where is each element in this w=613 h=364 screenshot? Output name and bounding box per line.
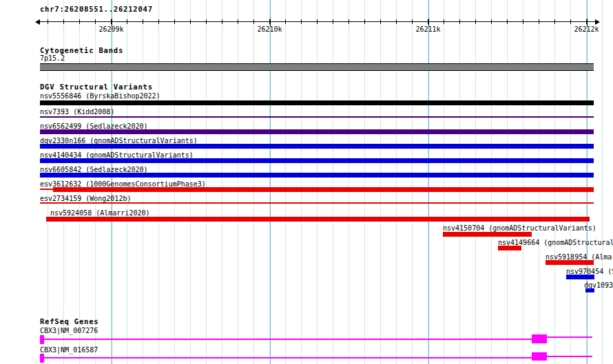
gridline-minor (491, 0, 492, 364)
gridline-minor (380, 0, 381, 364)
gridline-major (270, 0, 271, 364)
gridline-minor (570, 0, 571, 364)
variant-bar[interactable] (40, 144, 594, 149)
ruler-tick-label: 26210k (257, 26, 282, 33)
gridline-major (428, 0, 429, 364)
section-title-refseq: RefSeq Genes (40, 318, 98, 325)
gene-exon[interactable] (532, 334, 547, 343)
ruler-tick-minor (206, 19, 207, 24)
section-title-dgv: DGV Structural Variants (40, 83, 153, 91)
variant-bar[interactable] (585, 288, 594, 292)
ruler-tick-minor (333, 19, 333, 24)
ruler-tick-minor (317, 19, 318, 24)
ruler-tick-minor (190, 19, 191, 24)
cytoband-name-label: 7p15.2 (40, 54, 65, 62)
gridline-minor (554, 0, 555, 364)
variant-label[interactable]: nsv4150704 (gnomADStructuralVariants) (443, 224, 596, 232)
gene-exon[interactable] (532, 352, 547, 361)
variant-bar[interactable] (40, 100, 594, 105)
ruler-tick-minor (507, 19, 508, 24)
gridline-minor (238, 0, 238, 364)
variant-bar[interactable] (498, 246, 521, 250)
variant-label[interactable]: nsv5924058 (Almarri2020) (50, 209, 150, 217)
variant-bar[interactable] (443, 232, 532, 237)
variant-label[interactable]: esv2734159 (Wong2012b) (40, 195, 131, 202)
gridline-minor (333, 0, 333, 364)
gene-intron-line[interactable] (44, 357, 532, 358)
ruler-tick-minor (396, 19, 397, 24)
ruler-tick-minor (285, 19, 286, 24)
variant-bar[interactable] (40, 116, 594, 118)
gridline-minor (523, 0, 523, 364)
variant-label[interactable]: nsv7393 (Kidd2008) (40, 108, 114, 116)
gene-exon[interactable] (40, 335, 44, 344)
gridline-minor (301, 0, 302, 364)
gene-intron-line[interactable] (547, 356, 592, 357)
ruler-tick-minor (253, 19, 254, 24)
gridline-minor (317, 0, 318, 364)
variant-bar[interactable] (566, 275, 594, 279)
ruler-tick-minor (349, 19, 349, 24)
ruler-tick-minor (79, 19, 80, 24)
ruler-tick-minor (174, 19, 175, 24)
cytoband-bar[interactable] (40, 63, 594, 71)
variant-bar[interactable] (53, 187, 594, 192)
ruler-tick-minor (48, 19, 48, 24)
variant-label[interactable]: nsv5556846 (ByrskaBishop2022) (40, 92, 160, 100)
ruler-tick-label: 26212k (574, 26, 599, 33)
ruler-tick-minor (127, 19, 127, 24)
gridline-minor (444, 0, 444, 364)
variant-bar[interactable] (40, 189, 53, 190)
ruler-arrow-left (35, 19, 40, 25)
ruler-tick-minor (444, 19, 444, 24)
ruler-tick-minor (412, 19, 413, 24)
gene-label[interactable]: CBX3|NM_016587 (40, 346, 98, 354)
gridline-minor (349, 0, 349, 364)
gridline-minor (253, 0, 254, 364)
ruler-tick-minor (63, 19, 64, 24)
gridline-minor (285, 0, 286, 364)
genome-browser-canvas: 26209k26210k26211k26212k chr7:26208551..… (0, 0, 613, 364)
ruler-tick-minor (459, 19, 460, 24)
gene-intron-line[interactable] (44, 339, 532, 340)
gridline-minor (364, 0, 365, 364)
variant-bar[interactable] (40, 202, 594, 204)
ruler-tick-minor (95, 19, 96, 24)
variant-bar[interactable] (40, 158, 594, 163)
gridline-minor (602, 0, 603, 364)
gridline-minor (507, 0, 508, 364)
ruler-tick-minor (222, 19, 222, 24)
gridline-minor (539, 0, 539, 364)
gridline-minor (396, 0, 397, 364)
gridline-minor (412, 0, 413, 364)
gridline-minor (459, 0, 460, 364)
gridline-minor (222, 0, 222, 364)
section-title-cytobands: Cytogenetic Bands (40, 47, 123, 54)
variant-bar[interactable] (40, 173, 594, 178)
variant-bar[interactable] (46, 217, 590, 222)
ruler-tick-minor (301, 19, 302, 24)
ruler-tick-minor (554, 19, 555, 24)
ruler-tick-minor (158, 19, 159, 24)
ruler-tick-label: 26211k (415, 26, 440, 33)
ruler-tick-minor (523, 19, 523, 24)
ruler-arrow-right (595, 19, 600, 25)
gridline-minor (475, 0, 476, 364)
variant-bar[interactable] (40, 129, 594, 134)
ruler-tick-minor (364, 19, 365, 24)
ruler-tick-minor (238, 19, 238, 24)
ruler-tick-minor (380, 19, 381, 24)
gene-intron-line[interactable] (547, 336, 592, 338)
ruler-tick-minor (539, 19, 539, 24)
region-label: chr7:26208551..26212047 (40, 6, 153, 13)
gridline-minor (206, 0, 207, 364)
ruler-tick-minor (491, 19, 492, 24)
gridline-major (587, 0, 588, 364)
ruler-tick-minor (570, 19, 571, 24)
gene-label[interactable]: CBX3|NM_007276 (40, 327, 98, 334)
ruler-tick-minor (143, 19, 143, 24)
ruler-tick-minor (475, 19, 476, 24)
gene-exon[interactable] (40, 354, 44, 363)
variant-bar[interactable] (546, 260, 594, 265)
ruler-tick-label: 26209k (98, 26, 123, 33)
